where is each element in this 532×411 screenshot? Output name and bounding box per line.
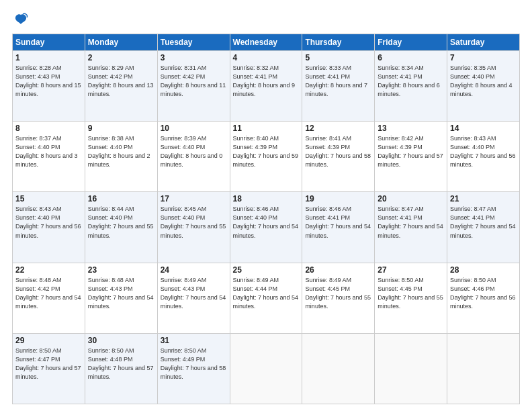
day-detail: Sunrise: 8:49 AMSunset: 4:44 PMDaylight:… — [233, 276, 300, 311]
day-number: 23 — [88, 265, 154, 275]
calendar-cell: 28Sunrise: 8:50 AMSunset: 4:46 PMDayligh… — [447, 263, 520, 333]
day-detail: Sunrise: 8:33 AMSunset: 4:41 PMDaylight:… — [305, 64, 371, 99]
day-detail: Sunrise: 8:37 AMSunset: 4:40 PMDaylight:… — [15, 134, 82, 169]
day-number: 3 — [161, 53, 227, 62]
col-header-sunday: Sunday — [13, 34, 85, 51]
day-number: 31 — [161, 336, 227, 345]
calendar-cell: 25Sunrise: 8:49 AMSunset: 4:44 PMDayligh… — [230, 263, 302, 333]
day-detail: Sunrise: 8:28 AMSunset: 4:43 PMDaylight:… — [15, 64, 82, 99]
day-detail: Sunrise: 8:50 AMSunset: 4:49 PMDaylight:… — [161, 347, 227, 381]
day-number: 26 — [305, 265, 371, 275]
day-number: 14 — [450, 124, 517, 133]
calendar-cell: 8Sunrise: 8:37 AMSunset: 4:40 PMDaylight… — [13, 122, 85, 192]
calendar-cell: 11Sunrise: 8:40 AMSunset: 4:39 PMDayligh… — [230, 122, 302, 192]
day-number: 28 — [450, 265, 517, 275]
calendar-table: SundayMondayTuesdayWednesdayThursdayFrid… — [12, 34, 520, 404]
day-detail: Sunrise: 8:47 AMSunset: 4:41 PMDaylight:… — [378, 205, 444, 240]
day-detail: Sunrise: 8:40 AMSunset: 4:39 PMDaylight:… — [233, 134, 300, 169]
day-detail: Sunrise: 8:49 AMSunset: 4:43 PMDaylight:… — [161, 276, 227, 311]
day-detail: Sunrise: 8:35 AMSunset: 4:40 PMDaylight:… — [450, 64, 517, 99]
calendar-cell: 9Sunrise: 8:38 AMSunset: 4:40 PMDaylight… — [85, 122, 157, 192]
day-number: 5 — [305, 53, 371, 62]
day-number: 7 — [450, 53, 517, 62]
day-number: 19 — [305, 194, 371, 203]
day-detail: Sunrise: 8:46 AMSunset: 4:40 PMDaylight:… — [233, 205, 300, 240]
calendar-cell: 21Sunrise: 8:47 AMSunset: 4:41 PMDayligh… — [447, 192, 520, 263]
day-detail: Sunrise: 8:50 AMSunset: 4:48 PMDaylight:… — [88, 347, 154, 381]
day-detail: Sunrise: 8:49 AMSunset: 4:45 PMDaylight:… — [305, 276, 371, 311]
day-number: 30 — [88, 336, 154, 345]
day-number: 10 — [161, 124, 227, 133]
day-detail: Sunrise: 8:31 AMSunset: 4:42 PMDaylight:… — [161, 64, 227, 99]
day-number: 13 — [378, 124, 444, 133]
day-number: 29 — [15, 336, 82, 345]
logo-bird-icon — [13, 12, 28, 27]
day-detail: Sunrise: 8:48 AMSunset: 4:43 PMDaylight:… — [88, 276, 154, 311]
calendar-week-row: 29Sunrise: 8:50 AMSunset: 4:47 PMDayligh… — [13, 333, 520, 404]
calendar-cell: 1Sunrise: 8:28 AMSunset: 4:43 PMDaylight… — [13, 51, 85, 122]
col-header-wednesday: Wednesday — [230, 34, 302, 51]
day-detail: Sunrise: 8:47 AMSunset: 4:41 PMDaylight:… — [450, 205, 517, 240]
day-number: 2 — [88, 53, 154, 62]
calendar-cell — [375, 333, 447, 404]
day-number: 18 — [233, 194, 300, 203]
calendar-cell: 27Sunrise: 8:50 AMSunset: 4:45 PMDayligh… — [375, 263, 447, 333]
header — [12, 12, 520, 27]
page: SundayMondayTuesdayWednesdayThursdayFrid… — [0, 0, 532, 411]
calendar-cell: 22Sunrise: 8:48 AMSunset: 4:42 PMDayligh… — [13, 263, 85, 333]
day-detail: Sunrise: 8:48 AMSunset: 4:42 PMDaylight:… — [15, 276, 82, 311]
day-number: 11 — [233, 124, 300, 133]
day-detail: Sunrise: 8:43 AMSunset: 4:40 PMDaylight:… — [15, 205, 82, 240]
calendar-cell: 16Sunrise: 8:44 AMSunset: 4:40 PMDayligh… — [85, 192, 157, 263]
col-header-thursday: Thursday — [302, 34, 375, 51]
calendar-week-row: 8Sunrise: 8:37 AMSunset: 4:40 PMDaylight… — [13, 122, 520, 192]
calendar-cell: 17Sunrise: 8:45 AMSunset: 4:40 PMDayligh… — [157, 192, 230, 263]
calendar-cell: 19Sunrise: 8:46 AMSunset: 4:41 PMDayligh… — [302, 192, 375, 263]
day-detail: Sunrise: 8:41 AMSunset: 4:39 PMDaylight:… — [305, 134, 371, 169]
day-number: 27 — [378, 265, 444, 275]
calendar-cell: 7Sunrise: 8:35 AMSunset: 4:40 PMDaylight… — [447, 51, 520, 122]
calendar-cell: 14Sunrise: 8:43 AMSunset: 4:40 PMDayligh… — [447, 122, 520, 192]
day-number: 6 — [378, 53, 444, 62]
day-detail: Sunrise: 8:50 AMSunset: 4:47 PMDaylight:… — [15, 347, 82, 381]
day-number: 25 — [233, 265, 300, 275]
day-detail: Sunrise: 8:45 AMSunset: 4:40 PMDaylight:… — [161, 205, 227, 240]
calendar-cell — [302, 333, 375, 404]
day-number: 17 — [161, 194, 227, 203]
calendar-cell: 31Sunrise: 8:50 AMSunset: 4:49 PMDayligh… — [157, 333, 230, 404]
calendar-cell: 29Sunrise: 8:50 AMSunset: 4:47 PMDayligh… — [13, 333, 85, 404]
day-number: 12 — [305, 124, 371, 133]
calendar-cell: 5Sunrise: 8:33 AMSunset: 4:41 PMDaylight… — [302, 51, 375, 122]
day-detail: Sunrise: 8:46 AMSunset: 4:41 PMDaylight:… — [305, 205, 371, 240]
calendar-header-row: SundayMondayTuesdayWednesdayThursdayFrid… — [13, 34, 520, 51]
calendar-cell: 2Sunrise: 8:29 AMSunset: 4:42 PMDaylight… — [85, 51, 157, 122]
day-detail: Sunrise: 8:43 AMSunset: 4:40 PMDaylight:… — [450, 134, 517, 169]
day-number: 15 — [15, 194, 82, 203]
col-header-friday: Friday — [375, 34, 447, 51]
calendar-cell: 3Sunrise: 8:31 AMSunset: 4:42 PMDaylight… — [157, 51, 230, 122]
calendar-cell: 18Sunrise: 8:46 AMSunset: 4:40 PMDayligh… — [230, 192, 302, 263]
day-detail: Sunrise: 8:34 AMSunset: 4:41 PMDaylight:… — [378, 64, 444, 99]
day-number: 21 — [450, 194, 517, 203]
day-number: 20 — [378, 194, 444, 203]
calendar-cell: 12Sunrise: 8:41 AMSunset: 4:39 PMDayligh… — [302, 122, 375, 192]
col-header-tuesday: Tuesday — [157, 34, 230, 51]
day-detail: Sunrise: 8:38 AMSunset: 4:40 PMDaylight:… — [88, 134, 154, 169]
calendar-week-row: 15Sunrise: 8:43 AMSunset: 4:40 PMDayligh… — [13, 192, 520, 263]
day-number: 9 — [88, 124, 154, 133]
calendar-cell: 10Sunrise: 8:39 AMSunset: 4:40 PMDayligh… — [157, 122, 230, 192]
calendar-cell — [447, 333, 520, 404]
calendar-cell: 4Sunrise: 8:32 AMSunset: 4:41 PMDaylight… — [230, 51, 302, 122]
day-detail: Sunrise: 8:50 AMSunset: 4:45 PMDaylight:… — [378, 276, 444, 311]
day-detail: Sunrise: 8:29 AMSunset: 4:42 PMDaylight:… — [88, 64, 154, 99]
day-number: 4 — [233, 53, 300, 62]
day-detail: Sunrise: 8:32 AMSunset: 4:41 PMDaylight:… — [233, 64, 300, 99]
logo — [12, 12, 30, 27]
day-detail: Sunrise: 8:50 AMSunset: 4:46 PMDaylight:… — [450, 276, 517, 311]
col-header-monday: Monday — [85, 34, 157, 51]
day-detail: Sunrise: 8:39 AMSunset: 4:40 PMDaylight:… — [161, 134, 227, 169]
day-number: 24 — [161, 265, 227, 275]
day-detail: Sunrise: 8:44 AMSunset: 4:40 PMDaylight:… — [88, 205, 154, 240]
calendar-cell: 26Sunrise: 8:49 AMSunset: 4:45 PMDayligh… — [302, 263, 375, 333]
calendar-week-row: 22Sunrise: 8:48 AMSunset: 4:42 PMDayligh… — [13, 263, 520, 333]
